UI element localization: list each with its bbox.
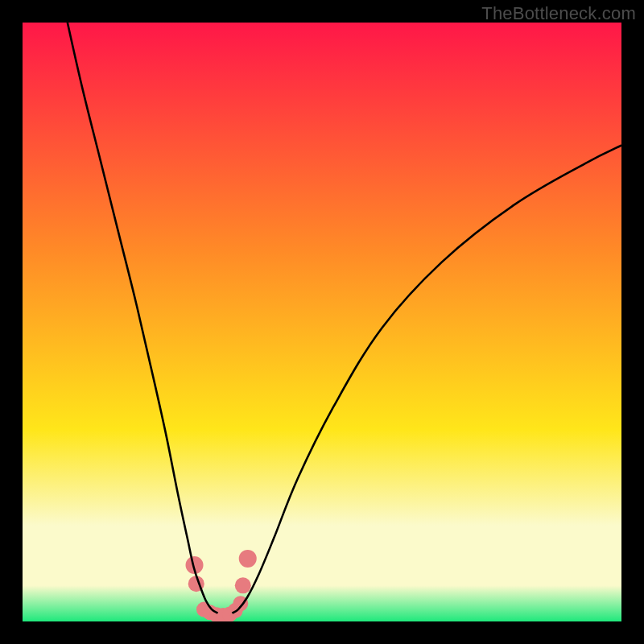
bottleneck-chart [23, 23, 621, 621]
watermark-text: TheBottleneck.com [481, 3, 636, 24]
data-marker [239, 550, 257, 568]
gradient-background [23, 23, 621, 621]
plot-area [23, 23, 621, 621]
data-marker [235, 577, 251, 593]
chart-frame: TheBottleneck.com [0, 0, 644, 644]
